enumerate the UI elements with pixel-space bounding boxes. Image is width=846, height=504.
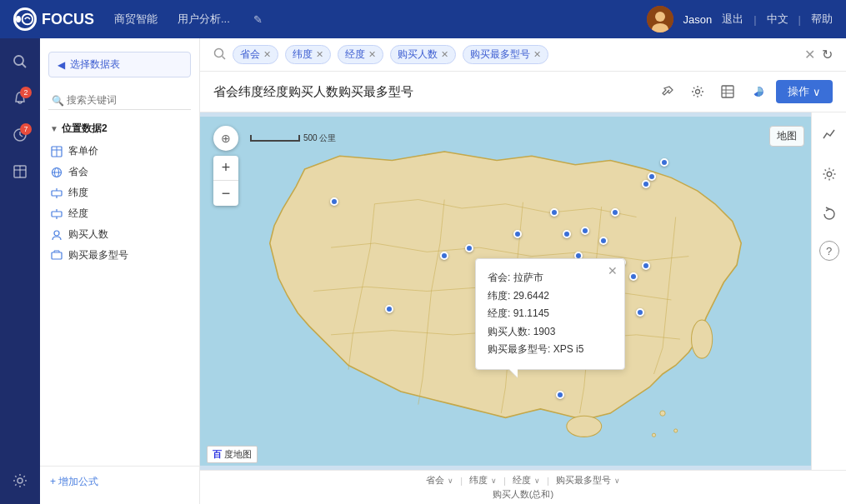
pin-jinan[interactable] <box>599 237 608 245</box>
svg-line-28 <box>223 56 226 59</box>
tooltip-model: 购买最多型号: XPS i5 <box>488 341 613 359</box>
pin-taiyuan[interactable] <box>563 230 571 238</box>
edit-icon[interactable]: ✎ <box>253 13 263 26</box>
axis-lng[interactable]: 经度 ∨ <box>513 474 540 487</box>
filter-buyers[interactable]: 购买人数 ✕ <box>390 45 456 64</box>
tree-item-4[interactable]: 购买人数 <box>40 224 199 245</box>
filter-model-close[interactable]: ✕ <box>533 49 541 60</box>
pin-haikou[interactable] <box>556 391 564 399</box>
help-tool[interactable]: ? <box>819 241 839 261</box>
filter-province-close[interactable]: ✕ <box>263 49 271 60</box>
filter-lat[interactable]: 纬度 ✕ <box>285 45 331 64</box>
clock-badge: 7 <box>20 123 32 135</box>
filter-lat-close[interactable]: ✕ <box>316 49 323 60</box>
sidebar-bell[interactable]: 2 <box>3 82 37 115</box>
settings-tool[interactable] <box>816 161 843 187</box>
tree-item-0[interactable]: 客单价 <box>40 141 199 162</box>
logout-btn[interactable]: 退出 <box>722 12 743 27</box>
pin-lanzhou[interactable] <box>465 244 473 252</box>
pin-haerbin[interactable] <box>660 158 668 167</box>
logo: FOCUS <box>13 7 94 31</box>
pin-btn[interactable] <box>656 80 679 103</box>
nav-sep2: | <box>798 13 801 26</box>
select-table-label: 选择数据表 <box>70 57 120 72</box>
pin-shijiazhuang[interactable] <box>581 227 589 235</box>
filter-buyers-close[interactable]: ✕ <box>441 49 448 60</box>
svg-point-30 <box>696 90 700 94</box>
sidebar-clock[interactable]: 7 <box>3 118 37 152</box>
axis-sep3: | <box>547 476 549 486</box>
operate-label: 操作 <box>788 84 809 99</box>
axis-model[interactable]: 购买最多型号 ∨ <box>556 474 620 487</box>
pin-beijing[interactable] <box>611 208 619 217</box>
svg-line-29 <box>668 90 669 92</box>
filter-model-label: 购买最多型号 <box>470 47 530 62</box>
axis-lng-caret: ∨ <box>534 477 540 485</box>
scale-line <box>250 135 300 142</box>
filter-lng[interactable]: 经度 ✕ <box>338 45 383 64</box>
filter-province-label: 省会 <box>240 47 260 62</box>
data-panel: ◀ 选择数据表 🔍 ▼ 位置数据2 客单价 省会 纬 <box>40 38 200 504</box>
filter-model[interactable]: 购买最多型号 ✕ <box>463 45 548 64</box>
help-btn[interactable]: 帮助 <box>811 12 833 27</box>
tooltip-close-btn[interactable]: ✕ <box>608 264 618 277</box>
tree-item-label-5: 购买最多型号 <box>68 248 128 262</box>
pin-hangzhou[interactable] <box>629 272 638 281</box>
operate-btn[interactable]: 操作 ∨ <box>776 80 833 103</box>
nav-right: Jason 退出 | 中文 | 帮助 <box>647 6 833 32</box>
filter-province[interactable]: 省会 ✕ <box>233 45 278 64</box>
compass-btn[interactable]: ⊕ <box>213 126 238 151</box>
add-formula-btn[interactable]: + 增加公式 <box>40 466 199 497</box>
user-name: Jason <box>683 13 713 26</box>
tree-item-label-2: 纬度 <box>68 186 88 200</box>
nav-user-analysis[interactable]: 用户分析... <box>178 8 230 30</box>
tree-item-1[interactable]: 省会 <box>40 162 199 182</box>
tree-item-2[interactable]: 纬度 <box>40 182 199 203</box>
zoom-out-btn[interactable]: − <box>213 181 238 206</box>
pin-shenyang[interactable] <box>642 180 650 188</box>
svg-point-27 <box>215 48 223 57</box>
nav-business[interactable]: 商贸智能 <box>114 8 158 30</box>
clear-all-btn[interactable]: ✕ <box>804 47 815 62</box>
right-tools: ? <box>811 112 846 470</box>
svg-point-2 <box>655 12 665 22</box>
pin-yinchuan[interactable] <box>513 230 522 238</box>
pie-chart-btn[interactable] <box>746 80 769 103</box>
sidebar-search[interactable] <box>3 45 37 78</box>
settings-btn[interactable] <box>686 80 709 103</box>
pin-urumqi[interactable] <box>330 197 338 206</box>
chart-header: 省会纬度经度购买人数购买最多型号 操作 ∨ <box>200 72 846 112</box>
tree-item-5[interactable]: 购买最多型号 <box>40 245 199 266</box>
refresh-btn[interactable]: ↻ <box>822 47 833 62</box>
triangle-icon: ▼ <box>50 124 58 133</box>
avatar <box>647 6 673 32</box>
chart-line-tool[interactable] <box>816 121 843 147</box>
tree-item-icon-1 <box>50 166 63 179</box>
pin-hohhot[interactable] <box>550 208 558 217</box>
language-btn[interactable]: 中文 <box>767 12 788 27</box>
axis-province[interactable]: 省会 ∨ <box>426 474 453 487</box>
panel-search-input[interactable] <box>48 91 191 110</box>
tree-item-label-3: 经度 <box>68 207 88 221</box>
tree-item-3[interactable]: 经度 <box>40 203 199 224</box>
table-view-btn[interactable] <box>716 80 739 103</box>
select-table-btn[interactable]: ◀ 选择数据表 <box>48 52 191 77</box>
axis-lat[interactable]: 纬度 ∨ <box>469 474 497 487</box>
pin-lhasa[interactable] <box>385 305 393 313</box>
filter-lng-close[interactable]: ✕ <box>368 49 376 60</box>
sidebar-settings[interactable] <box>3 464 37 497</box>
refresh-tool[interactable] <box>816 201 843 227</box>
sidebar-table[interactable] <box>3 155 37 188</box>
pin-shanghai[interactable] <box>642 262 650 270</box>
tooltip-buyers: 购买人数: 1903 <box>488 323 613 342</box>
tree-parent[interactable]: ▼ 位置数据2 <box>40 117 199 141</box>
pin-xining[interactable] <box>440 252 448 260</box>
zoom-in-btn[interactable]: + <box>213 156 238 181</box>
map-zoom: + − <box>213 156 238 206</box>
map-container[interactable]: ⊕ + − 500 公里 地图 <box>200 112 811 470</box>
bell-badge: 2 <box>20 87 32 98</box>
operate-caret: ∨ <box>813 86 821 98</box>
tree-item-icon-3 <box>50 207 63 221</box>
pin-changchun[interactable] <box>648 172 656 181</box>
pin-fuzhou[interactable] <box>636 308 644 317</box>
